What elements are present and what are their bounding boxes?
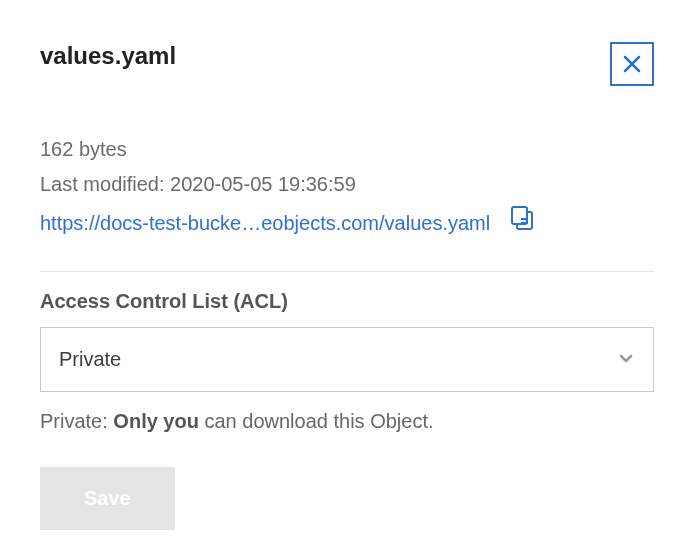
divider bbox=[40, 271, 654, 272]
copy-button[interactable] bbox=[508, 204, 536, 243]
copy-icon bbox=[508, 204, 536, 232]
save-button[interactable]: Save bbox=[40, 467, 175, 530]
file-title: values.yaml bbox=[40, 42, 176, 70]
file-url-link[interactable]: https://docs-test-bucke…eobjects.com/val… bbox=[40, 206, 490, 241]
acl-select[interactable]: Private bbox=[40, 327, 654, 392]
file-modified: Last modified: 2020-05-05 19:36:59 bbox=[40, 167, 654, 202]
acl-label: Access Control List (ACL) bbox=[40, 290, 654, 313]
file-size: 162 bytes bbox=[40, 132, 654, 167]
close-icon bbox=[621, 53, 643, 75]
svg-rect-2 bbox=[512, 207, 527, 224]
acl-helper-text: Private: Only you can download this Obje… bbox=[40, 410, 654, 433]
close-button[interactable] bbox=[610, 42, 654, 86]
